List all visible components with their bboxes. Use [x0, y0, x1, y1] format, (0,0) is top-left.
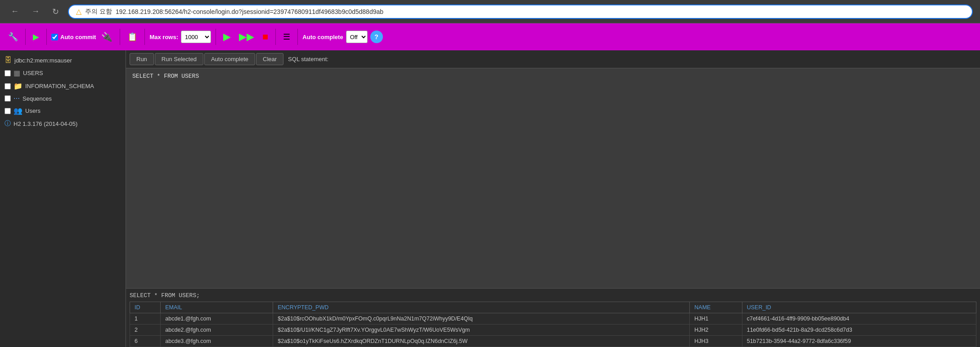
users-icon: 👥: [13, 107, 22, 115]
cell-user_id: c7ef4661-4d16-4ff9-9909-bb05ee890db4: [742, 313, 976, 325]
forward-button[interactable]: →: [28, 5, 43, 18]
cell-encrypted_pwd: $2a$10$/U1I/KNC1gZ7JyRlft7Xv.YOrggvL0AE7…: [273, 325, 690, 336]
sidebar-item-users[interactable]: 👥 Users: [0, 104, 126, 117]
sidebar-item-db[interactable]: 🗄 jdbc:h2:mem:msauser: [0, 54, 126, 67]
cell-id: 6: [130, 336, 161, 347]
main-container: 🗄 jdbc:h2:mem:msauser ▦ USERS 📁 INFORMAT…: [0, 50, 980, 347]
reload-button[interactable]: ↻: [49, 5, 63, 18]
main-toolbar: 🔧 ▶ Auto commit 🔌 📋 Max rows: 1000 100 5…: [0, 23, 980, 50]
toolbar-btn-4[interactable]: 📋: [125, 30, 140, 44]
sidebar-users-label: USERS: [23, 70, 43, 76]
sidebar-version-label: H2 1.3.176 (2014-04-05): [13, 120, 77, 127]
sql-toolbar: Run Run Selected Auto complete Clear SQL…: [126, 50, 980, 68]
help-button[interactable]: ?: [370, 31, 383, 43]
separator-5: [216, 29, 216, 45]
toolbar-btn-2[interactable]: ▶: [30, 30, 42, 44]
separator-7: [297, 29, 298, 45]
table-row: 1abcde1.@fgh.com$2a$10$rcOOhubX1kD/m0Ypx…: [130, 313, 976, 325]
col-header-email[interactable]: EMAIL: [161, 302, 273, 313]
info-icon: ⓘ: [4, 120, 11, 128]
cell-encrypted_pwd: $2a$10$rcOOhubX1kD/m0YpxFOmQ.c0pqrL9nNa2…: [273, 313, 690, 325]
sidebar-users-group-label: Users: [25, 107, 40, 114]
sidebar-schema-label: INFORMATION_SCHEMA: [25, 83, 94, 89]
warning-text: 주의 요함: [85, 8, 112, 16]
stop-button[interactable]: ■: [260, 29, 271, 44]
auto-commit-label[interactable]: Auto commit: [51, 34, 96, 40]
auto-complete-toolbar-label: Auto complete: [302, 34, 343, 40]
auto-complete-button[interactable]: Auto complete: [204, 53, 255, 65]
cell-id: 1: [130, 313, 161, 325]
col-header-user-id[interactable]: USER_ID: [742, 302, 976, 313]
back-button[interactable]: ←: [7, 5, 22, 18]
db-icon: 🗄: [4, 56, 12, 64]
run-button[interactable]: Run: [130, 53, 154, 65]
auto-complete-select[interactable]: Off On: [346, 31, 368, 43]
cell-encrypted_pwd: $2a$10$o1yTkKiFseUs6.hZXrdkqORDZnT1DURNL…: [273, 336, 690, 347]
cell-email: abcde2.@fgh.com: [161, 325, 273, 336]
auto-commit-checkbox[interactable]: [51, 34, 58, 40]
sidebar-item-users-table[interactable]: ▦ USERS: [0, 67, 126, 80]
cell-name: HJH1: [690, 313, 742, 325]
sidebar: 🗄 jdbc:h2:mem:msauser ▦ USERS 📁 INFORMAT…: [0, 50, 126, 347]
table-icon: ▦: [13, 69, 20, 77]
cell-email: abcde1.@fgh.com: [161, 313, 273, 325]
max-rows-label: Max rows:: [149, 34, 178, 40]
auto-commit-text: Auto commit: [60, 34, 96, 40]
users-table-checkbox[interactable]: [4, 70, 11, 76]
info-schema-checkbox[interactable]: [4, 83, 11, 89]
col-header-name[interactable]: NAME: [690, 302, 742, 313]
separator-2: [46, 29, 47, 45]
browser-bar: ← → ↻ △ 주의 요함 192.168.219.208:56264/h2-c…: [0, 0, 980, 23]
sidebar-item-info-schema[interactable]: 📁 INFORMATION_SCHEMA: [0, 80, 126, 93]
address-bar[interactable]: △ 주의 요함 192.168.219.208:56264/h2-console…: [68, 4, 973, 19]
col-header-id[interactable]: ID: [130, 302, 161, 313]
results-title: SELECT * FROM USERS;: [130, 292, 976, 299]
toolbar-btn-1[interactable]: 🔧: [5, 30, 21, 44]
run-green-button[interactable]: ▶: [220, 29, 234, 44]
cell-id: 2: [130, 325, 161, 336]
sidebar-db-label: jdbc:h2:mem:msauser: [14, 57, 72, 64]
sidebar-sequences-label: Sequences: [22, 95, 52, 102]
sql-statement-label: SQL statement:: [288, 56, 328, 62]
run-selected-button[interactable]: Run Selected: [155, 53, 203, 65]
sidebar-item-sequences[interactable]: ⋯ Sequences: [0, 93, 126, 104]
separator-1: [25, 29, 26, 45]
users-checkbox[interactable]: [4, 108, 11, 114]
sql-editor[interactable]: [126, 68, 980, 289]
schema-icon: 📁: [13, 82, 22, 90]
run-next-button[interactable]: ▶▶: [236, 29, 257, 44]
toolbar-btn-3[interactable]: 🔌: [99, 30, 115, 44]
address-text: 192.168.219.208:56264/h2-console/login.d…: [116, 8, 383, 15]
max-rows-select[interactable]: 1000 100 500 10000: [181, 31, 211, 43]
content-area: Run Run Selected Auto complete Clear SQL…: [126, 50, 980, 347]
format-button[interactable]: ☰: [280, 30, 293, 44]
cell-name: HJH2: [690, 325, 742, 336]
separator-4: [144, 29, 145, 45]
col-header-encrypted-pwd[interactable]: ENCRYPTED_PWD: [273, 302, 690, 313]
sequences-icon: ⋯: [13, 95, 20, 102]
sidebar-item-version: ⓘ H2 1.3.176 (2014-04-05): [0, 117, 126, 130]
separator-6: [275, 29, 276, 45]
results-table: ID EMAIL ENCRYPTED_PWD NAME USER_ID 1abc…: [130, 302, 976, 347]
table-row: 2abcde2.@fgh.com$2a$10$/U1I/KNC1gZ7JyRlf…: [130, 325, 976, 336]
cell-name: HJH3: [690, 336, 742, 347]
results-area: SELECT * FROM USERS; ID EMAIL ENCRYPTED_…: [126, 289, 980, 347]
table-row: 6abcde3.@fgh.com$2a$10$o1yTkKiFseUs6.hZX…: [130, 336, 976, 347]
sequences-checkbox[interactable]: [4, 95, 11, 102]
cell-user_id: 51b7213b-3594-44a2-9772-8dfa6c336f59: [742, 336, 976, 347]
separator-3: [120, 29, 120, 45]
table-header-row: ID EMAIL ENCRYPTED_PWD NAME USER_ID: [130, 302, 976, 313]
cell-email: abcde3.@fgh.com: [161, 336, 273, 347]
warning-icon: △: [76, 7, 81, 16]
clear-button[interactable]: Clear: [256, 53, 283, 65]
cell-user_id: 11e0fd66-bd5d-421b-8a29-dcd258c6d7d3: [742, 325, 976, 336]
